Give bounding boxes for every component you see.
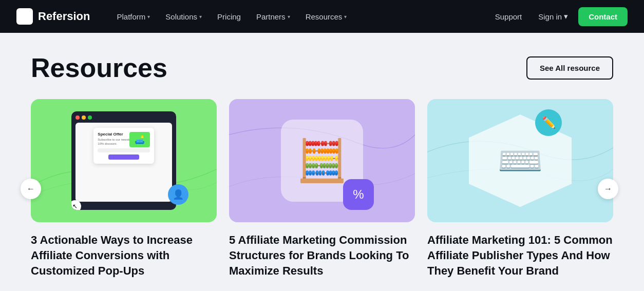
- card-1-image: Special Offer Subscribe to our newslette…: [31, 99, 217, 222]
- popup-input: [98, 148, 149, 152]
- see-all-button[interactable]: See All resource: [526, 56, 613, 80]
- card-3-image: ⌨️ ✏️: [427, 99, 613, 222]
- cards-container: ←: [31, 99, 613, 278]
- card-2-image: 🧮 %: [229, 99, 415, 222]
- card-1-illustration: Special Offer Subscribe to our newslette…: [54, 111, 194, 210]
- chevron-down-icon: ▾: [344, 14, 347, 20]
- popup-card: Special Offer Subscribe to our newslette…: [93, 128, 154, 164]
- nav-item-solutions[interactable]: Solutions ▾: [159, 8, 208, 25]
- card-2-title[interactable]: 5 Affiliate Marketing Commission Structu…: [229, 232, 415, 278]
- dot-red: [75, 115, 80, 120]
- nav-contact-button[interactable]: Contact: [578, 7, 628, 26]
- chevron-down-icon: ▾: [288, 14, 290, 20]
- popup-subscribe-btn[interactable]: [108, 154, 140, 160]
- nav-right: Support Sign in ▾ Contact: [489, 7, 628, 26]
- card-2-illustration: 🧮 %: [229, 99, 415, 222]
- nav-item-partners[interactable]: Partners ▾: [250, 8, 296, 25]
- nav-support-link[interactable]: Support: [489, 8, 528, 25]
- chevron-down-icon: ▾: [564, 12, 568, 21]
- calculator-image: 🧮: [296, 137, 348, 185]
- section-title: Resources: [31, 53, 167, 83]
- carousel-prev-button[interactable]: ←: [21, 179, 41, 199]
- discount-badge: %: [343, 179, 374, 210]
- card-2: 🧮 % 5 Affiliate Marketing Commission Str…: [229, 99, 415, 278]
- browser-window: Special Offer Subscribe to our newslette…: [71, 111, 176, 210]
- card-3: ⌨️ ✏️ Affiliate Marketing 101: 5 Common …: [427, 99, 613, 278]
- user-icon: 👤: [168, 184, 188, 205]
- card-3-illustration: ⌨️ ✏️: [427, 99, 613, 222]
- sofa-image: 🛋️: [129, 132, 150, 147]
- card-3-title[interactable]: Affiliate Marketing 101: 5 Common Affili…: [427, 232, 613, 278]
- nav-item-pricing[interactable]: Pricing: [211, 8, 247, 25]
- pencil-badge: ✏️: [535, 109, 562, 136]
- section-header: Resources See All resource: [31, 53, 613, 83]
- nav-item-resources[interactable]: Resources ▾: [299, 8, 353, 25]
- card-1-title[interactable]: 3 Actionable Ways to Increase Affiliate …: [31, 232, 217, 278]
- logo-text: Refersion: [38, 10, 90, 23]
- arrow-right-icon: →: [604, 184, 612, 193]
- browser-dots: [75, 115, 172, 120]
- arrow-left-icon: ←: [27, 184, 35, 193]
- nav-signin-button[interactable]: Sign in ▾: [532, 8, 574, 25]
- logo-icon: ✳: [16, 8, 33, 25]
- typewriter-image: ⌨️: [497, 139, 543, 183]
- typewriter-container: ⌨️: [497, 139, 543, 183]
- dot-green: [88, 115, 92, 120]
- navbar: ✳ Refersion Platform ▾ Solutions ▾ Prici…: [0, 0, 644, 33]
- logo[interactable]: ✳ Refersion: [16, 8, 90, 25]
- card-1: Special Offer Subscribe to our newslette…: [31, 99, 217, 278]
- chevron-down-icon: ▾: [199, 14, 202, 20]
- cursor-icon: ↖: [71, 200, 81, 210]
- nav-links: Platform ▾ Solutions ▾ Pricing Partners …: [110, 8, 488, 25]
- content-area: Resources See All resource ←: [0, 33, 644, 291]
- browser-content: Special Offer Subscribe to our newslette…: [75, 123, 172, 202]
- nav-item-platform[interactable]: Platform ▾: [110, 8, 156, 25]
- carousel-next-button[interactable]: →: [598, 179, 618, 199]
- dot-yellow: [82, 115, 86, 120]
- chevron-down-icon: ▾: [147, 14, 150, 20]
